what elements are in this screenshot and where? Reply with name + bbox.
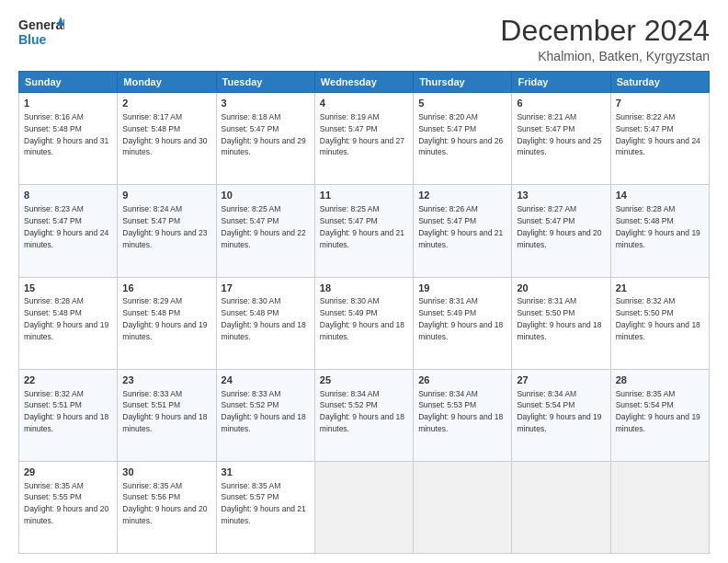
calendar-cell: 2 Sunrise: 8:17 AMSunset: 5:48 PMDayligh… (118, 93, 216, 185)
calendar-cell: 17 Sunrise: 8:30 AMSunset: 5:48 PMDaylig… (216, 277, 314, 369)
day-number: 20 (517, 282, 605, 295)
cell-details: Sunrise: 8:16 AMSunset: 5:48 PMDaylight:… (24, 112, 108, 156)
day-number: 2 (122, 97, 210, 110)
cell-details: Sunrise: 8:34 AMSunset: 5:54 PMDaylight:… (517, 389, 601, 433)
cell-details: Sunrise: 8:21 AMSunset: 5:47 PMDaylight:… (517, 112, 601, 156)
calendar-cell: 4 Sunrise: 8:19 AMSunset: 5:47 PMDayligh… (314, 93, 413, 185)
cell-details: Sunrise: 8:27 AMSunset: 5:47 PMDaylight:… (517, 204, 601, 248)
calendar-table: SundayMondayTuesdayWednesdayThursdayFrid… (18, 71, 710, 554)
calendar-week-row: 1 Sunrise: 8:16 AMSunset: 5:48 PMDayligh… (19, 93, 710, 185)
logo: General Blue (18, 15, 64, 53)
day-number: 19 (418, 282, 506, 295)
day-number: 29 (24, 465, 112, 479)
calendar-cell (414, 461, 512, 553)
calendar-cell: 20 Sunrise: 8:31 AMSunset: 5:50 PMDaylig… (512, 277, 610, 369)
day-number: 27 (517, 373, 605, 387)
calendar-cell: 7 Sunrise: 8:22 AMSunset: 5:47 PMDayligh… (610, 93, 709, 185)
calendar-cell (512, 461, 610, 553)
weekday-header-tuesday: Tuesday (216, 72, 314, 93)
calendar-cell: 9 Sunrise: 8:24 AMSunset: 5:47 PMDayligh… (118, 185, 216, 277)
calendar-cell: 24 Sunrise: 8:33 AMSunset: 5:52 PMDaylig… (216, 369, 314, 461)
day-number: 30 (122, 465, 210, 479)
weekday-header-friday: Friday (512, 72, 610, 93)
calendar-cell: 11 Sunrise: 8:25 AMSunset: 5:47 PMDaylig… (314, 185, 413, 277)
svg-text:Blue: Blue (18, 32, 47, 47)
cell-details: Sunrise: 8:17 AMSunset: 5:48 PMDaylight:… (122, 112, 207, 156)
weekday-header-wednesday: Wednesday (314, 72, 413, 93)
calendar-cell: 26 Sunrise: 8:34 AMSunset: 5:53 PMDaylig… (414, 369, 512, 461)
cell-details: Sunrise: 8:25 AMSunset: 5:47 PMDaylight:… (222, 204, 306, 248)
day-number: 9 (122, 189, 210, 202)
day-number: 3 (222, 97, 310, 110)
day-number: 28 (616, 373, 704, 387)
cell-details: Sunrise: 8:35 AMSunset: 5:55 PMDaylight:… (24, 481, 108, 525)
cell-details: Sunrise: 8:24 AMSunset: 5:47 PMDaylight:… (122, 204, 207, 248)
calendar-header-row: SundayMondayTuesdayWednesdayThursdayFrid… (19, 72, 710, 93)
calendar-cell: 28 Sunrise: 8:35 AMSunset: 5:54 PMDaylig… (610, 369, 709, 461)
day-number: 21 (616, 282, 704, 295)
calendar-cell: 31 Sunrise: 8:35 AMSunset: 5:57 PMDaylig… (216, 461, 314, 553)
calendar-cell: 25 Sunrise: 8:34 AMSunset: 5:52 PMDaylig… (314, 369, 413, 461)
cell-details: Sunrise: 8:30 AMSunset: 5:49 PMDaylight:… (320, 296, 404, 340)
day-number: 10 (222, 189, 310, 202)
calendar-cell: 21 Sunrise: 8:32 AMSunset: 5:50 PMDaylig… (610, 277, 709, 369)
cell-details: Sunrise: 8:28 AMSunset: 5:48 PMDaylight:… (24, 296, 108, 340)
day-number: 23 (122, 373, 210, 387)
cell-details: Sunrise: 8:33 AMSunset: 5:52 PMDaylight:… (222, 389, 306, 433)
calendar-week-row: 15 Sunrise: 8:28 AMSunset: 5:48 PMDaylig… (19, 277, 710, 369)
calendar-cell: 6 Sunrise: 8:21 AMSunset: 5:47 PMDayligh… (512, 93, 610, 185)
calendar-cell (314, 461, 413, 553)
cell-details: Sunrise: 8:31 AMSunset: 5:50 PMDaylight:… (517, 296, 601, 340)
cell-details: Sunrise: 8:35 AMSunset: 5:57 PMDaylight:… (222, 481, 306, 525)
cell-details: Sunrise: 8:35 AMSunset: 5:56 PMDaylight:… (122, 481, 207, 525)
day-number: 22 (24, 373, 112, 387)
calendar-week-row: 29 Sunrise: 8:35 AMSunset: 5:55 PMDaylig… (19, 461, 710, 553)
day-number: 1 (24, 97, 112, 110)
day-number: 13 (517, 189, 605, 202)
logo-svg: General Blue (18, 15, 64, 53)
day-number: 11 (320, 189, 408, 202)
calendar-cell: 13 Sunrise: 8:27 AMSunset: 5:47 PMDaylig… (512, 185, 610, 277)
calendar-body: 1 Sunrise: 8:16 AMSunset: 5:48 PMDayligh… (19, 93, 710, 554)
cell-details: Sunrise: 8:22 AMSunset: 5:47 PMDaylight:… (616, 112, 700, 156)
header: General Blue December 2024 Khalmion, Bat… (18, 15, 710, 63)
calendar-cell: 19 Sunrise: 8:31 AMSunset: 5:49 PMDaylig… (414, 277, 512, 369)
cell-details: Sunrise: 8:20 AMSunset: 5:47 PMDaylight:… (418, 112, 503, 156)
weekday-header-thursday: Thursday (414, 72, 512, 93)
day-number: 16 (122, 282, 210, 295)
calendar-cell: 14 Sunrise: 8:28 AMSunset: 5:48 PMDaylig… (610, 185, 709, 277)
calendar-week-row: 8 Sunrise: 8:23 AMSunset: 5:47 PMDayligh… (19, 185, 710, 277)
calendar-cell: 10 Sunrise: 8:25 AMSunset: 5:47 PMDaylig… (216, 185, 314, 277)
cell-details: Sunrise: 8:35 AMSunset: 5:54 PMDaylight:… (616, 389, 700, 433)
cell-details: Sunrise: 8:33 AMSunset: 5:51 PMDaylight:… (122, 389, 207, 433)
calendar-cell: 23 Sunrise: 8:33 AMSunset: 5:51 PMDaylig… (118, 369, 216, 461)
day-number: 7 (616, 97, 704, 110)
calendar-cell: 15 Sunrise: 8:28 AMSunset: 5:48 PMDaylig… (19, 277, 118, 369)
day-number: 12 (418, 189, 506, 202)
cell-details: Sunrise: 8:31 AMSunset: 5:49 PMDaylight:… (418, 296, 503, 340)
calendar-cell: 27 Sunrise: 8:34 AMSunset: 5:54 PMDaylig… (512, 369, 610, 461)
calendar-cell: 30 Sunrise: 8:35 AMSunset: 5:56 PMDaylig… (118, 461, 216, 553)
day-number: 5 (418, 97, 506, 110)
calendar-cell: 5 Sunrise: 8:20 AMSunset: 5:47 PMDayligh… (414, 93, 512, 185)
page: General Blue December 2024 Khalmion, Bat… (0, 0, 728, 563)
weekday-header-monday: Monday (118, 72, 216, 93)
calendar-cell: 3 Sunrise: 8:18 AMSunset: 5:47 PMDayligh… (216, 93, 314, 185)
cell-details: Sunrise: 8:32 AMSunset: 5:50 PMDaylight:… (616, 296, 700, 340)
cell-details: Sunrise: 8:30 AMSunset: 5:48 PMDaylight:… (222, 296, 306, 340)
calendar-cell: 1 Sunrise: 8:16 AMSunset: 5:48 PMDayligh… (19, 93, 118, 185)
day-number: 14 (616, 189, 704, 202)
calendar-cell: 18 Sunrise: 8:30 AMSunset: 5:49 PMDaylig… (314, 277, 413, 369)
calendar-cell: 8 Sunrise: 8:23 AMSunset: 5:47 PMDayligh… (19, 185, 118, 277)
main-title: December 2024 (500, 15, 710, 47)
cell-details: Sunrise: 8:18 AMSunset: 5:47 PMDaylight:… (222, 112, 306, 156)
day-number: 17 (222, 282, 310, 295)
cell-details: Sunrise: 8:32 AMSunset: 5:51 PMDaylight:… (24, 389, 108, 433)
calendar-cell (610, 461, 709, 553)
day-number: 25 (320, 373, 408, 387)
cell-details: Sunrise: 8:19 AMSunset: 5:47 PMDaylight:… (320, 112, 404, 156)
cell-details: Sunrise: 8:26 AMSunset: 5:47 PMDaylight:… (418, 204, 503, 248)
cell-details: Sunrise: 8:25 AMSunset: 5:47 PMDaylight:… (320, 204, 404, 248)
calendar-cell: 12 Sunrise: 8:26 AMSunset: 5:47 PMDaylig… (414, 185, 512, 277)
day-number: 26 (418, 373, 506, 387)
